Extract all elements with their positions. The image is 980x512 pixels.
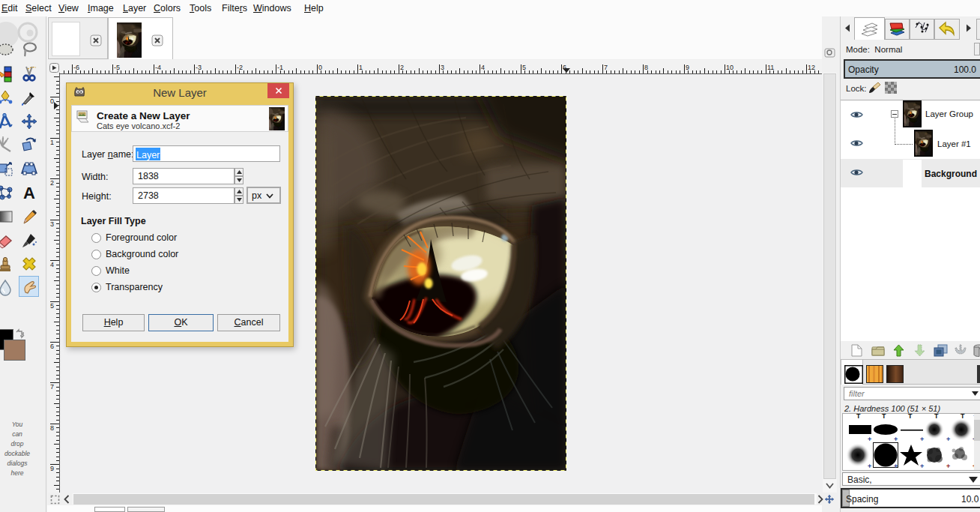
svg-text:+: + (946, 436, 950, 443)
svg-text:T: T (882, 414, 886, 420)
svg-text:T: T (908, 414, 913, 420)
svg-text:+: + (920, 436, 924, 443)
svg-text:T: T (934, 414, 939, 420)
svg-text:+: + (894, 436, 898, 443)
svg-text:T: T (856, 414, 861, 420)
svg-text:+: + (946, 463, 950, 470)
svg-text:+: + (920, 463, 924, 470)
svg-text:+: + (868, 436, 871, 443)
svg-text:+: + (868, 463, 871, 470)
svg-text:A: A (23, 184, 35, 202)
svg-text:+: + (894, 463, 898, 470)
